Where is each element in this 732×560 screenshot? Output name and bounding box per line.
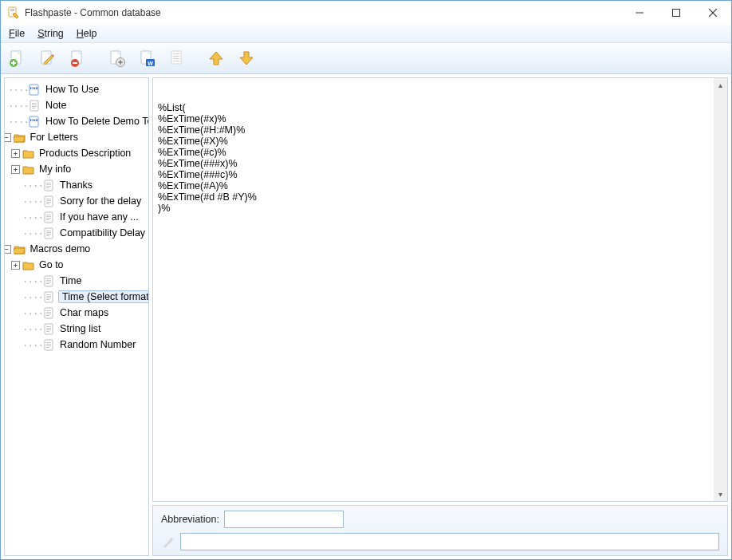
svg-rect-41 <box>46 187 49 188</box>
collapse-icon[interactable]: − <box>4 245 11 254</box>
tree-item[interactable]: ····RTFHow To Use <box>8 81 147 97</box>
move-up-button[interactable] <box>205 47 227 69</box>
svg-rect-73 <box>46 326 51 327</box>
tree-item[interactable]: ····Random Number <box>22 337 147 353</box>
svg-rect-77 <box>45 340 53 350</box>
svg-rect-75 <box>46 329 51 330</box>
expand-icon[interactable]: + <box>11 149 20 158</box>
svg-rect-1 <box>10 9 14 10</box>
tree-item[interactable]: ····RTFHow To Delete Demo Text <box>8 113 147 129</box>
svg-rect-4 <box>673 10 680 17</box>
collapse-icon[interactable]: − <box>4 133 11 142</box>
svg-rect-65 <box>46 298 51 298</box>
tree-item-label: Random Number <box>58 339 137 350</box>
folder-icon <box>14 243 26 255</box>
svg-rect-32 <box>32 106 37 107</box>
tree-panel[interactable]: ····RTFHow To Use····Note····RTFHow To D… <box>4 77 149 556</box>
svg-rect-42 <box>45 196 53 207</box>
list-button[interactable] <box>166 47 188 69</box>
svg-rect-2 <box>10 10 14 11</box>
editor-panel[interactable]: %List( %ExTime(#x)% %ExTime(#H:#M)% %ExT… <box>152 77 728 502</box>
tree-item[interactable]: ····Sorry for the delay <box>22 193 147 209</box>
svg-rect-52 <box>45 228 53 239</box>
tree-item[interactable]: ····If you have any ... <box>22 209 147 225</box>
tree-item-label: Sorry for the delay <box>58 195 143 207</box>
client-area: ····RTFHow To Use····Note····RTFHow To D… <box>1 74 731 559</box>
svg-rect-55 <box>46 234 51 235</box>
svg-rect-29 <box>30 101 38 111</box>
menu-help[interactable]: Help <box>70 26 104 41</box>
svg-rect-53 <box>46 231 51 231</box>
path-input[interactable] <box>180 533 719 550</box>
edit-item-button[interactable] <box>36 47 58 69</box>
menu-file[interactable]: File <box>2 26 31 41</box>
new-folder-button[interactable] <box>105 47 128 69</box>
tree-item[interactable]: ····Char maps <box>22 305 147 321</box>
tree-item[interactable]: ····Note <box>8 97 147 113</box>
doc-icon <box>29 100 41 112</box>
tree-item[interactable]: ····Compatibility Delay <box>22 225 147 241</box>
tree-item[interactable]: +Products Description <box>22 145 147 161</box>
expand-icon[interactable]: + <box>11 261 20 270</box>
doc-icon <box>43 323 55 335</box>
svg-rect-25 <box>173 61 179 61</box>
tree-item-label: String list <box>58 323 102 334</box>
svg-rect-51 <box>46 219 49 220</box>
tree-item-label: If you have any ... <box>58 211 140 223</box>
rtf-icon: RTF <box>29 116 41 128</box>
tree-item[interactable]: −For Letters <box>8 129 147 145</box>
svg-rect-69 <box>46 312 51 313</box>
tree-item-label: Char maps <box>58 307 110 318</box>
doc-icon <box>43 195 55 207</box>
svg-rect-76 <box>46 331 49 332</box>
tree-item[interactable]: ····Thanks <box>22 177 147 193</box>
svg-rect-74 <box>46 328 51 329</box>
svg-rect-61 <box>46 283 49 284</box>
toolbar: W <box>1 42 731 74</box>
rtf-icon: RTF <box>29 84 41 96</box>
doc-icon <box>43 275 55 287</box>
expand-icon[interactable]: + <box>11 165 20 174</box>
tree-item-label: How To Use <box>44 84 100 95</box>
svg-rect-23 <box>173 56 179 57</box>
svg-rect-72 <box>45 324 53 334</box>
svg-point-17 <box>120 61 122 64</box>
svg-rect-59 <box>46 280 51 281</box>
tree-item[interactable]: ····Time <box>22 273 147 289</box>
tree-item[interactable]: ····String list <box>22 321 147 337</box>
wand-icon <box>161 534 175 549</box>
tree-item-label: Thanks <box>58 179 94 191</box>
close-button[interactable] <box>695 1 731 25</box>
minimize-button[interactable] <box>621 1 658 25</box>
svg-rect-78 <box>46 342 51 343</box>
tree-item[interactable]: ····Time (Select format) <box>22 289 147 305</box>
folder-closed-icon <box>22 259 34 271</box>
svg-rect-47 <box>45 212 53 223</box>
svg-rect-30 <box>32 103 37 104</box>
tree-item[interactable]: +My info <box>22 161 147 177</box>
svg-text:W: W <box>148 61 153 66</box>
titlebar[interactable]: Flashpaste - Common database <box>1 1 731 25</box>
vertical-scrollbar[interactable]: ▴▾ <box>714 78 727 501</box>
tree-item[interactable]: −Macros demo <box>8 241 147 257</box>
tree-item-label: Macros demo <box>29 243 92 254</box>
tree-item-label: Time <box>58 275 83 286</box>
doc-icon <box>43 339 55 351</box>
tree-item-label: How To Delete Demo Text <box>44 116 149 127</box>
tree-item[interactable]: +Go to <box>22 257 147 273</box>
menu-string[interactable]: String <box>31 26 70 41</box>
svg-rect-57 <box>45 276 53 286</box>
abbreviation-input[interactable] <box>224 511 344 528</box>
menubar: File String Help <box>1 25 731 42</box>
tree-item-label: Products Description <box>37 148 132 159</box>
svg-rect-14 <box>73 62 77 64</box>
delete-item-button[interactable] <box>66 47 89 69</box>
maximize-button[interactable] <box>658 1 695 25</box>
svg-rect-21 <box>171 51 181 64</box>
move-down-button[interactable] <box>235 47 258 69</box>
new-word-button[interactable]: W <box>136 47 158 69</box>
svg-rect-63 <box>46 294 51 295</box>
doc-icon <box>43 179 55 191</box>
new-item-button[interactable] <box>6 47 28 69</box>
svg-rect-45 <box>46 202 51 203</box>
